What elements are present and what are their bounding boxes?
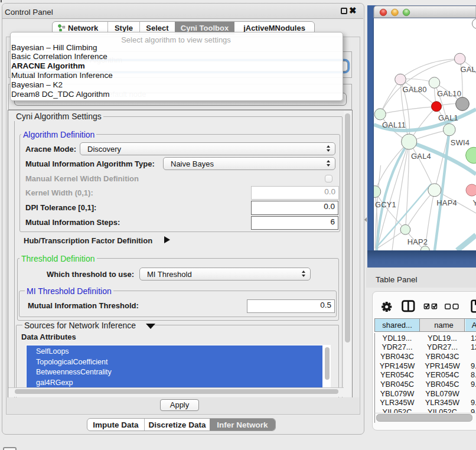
- svg-text:GAL: GAL: [461, 65, 476, 74]
- svg-text:GAL11: GAL11: [382, 120, 406, 129]
- svg-text:Y: Y: [473, 198, 476, 207]
- svg-text:HAP2: HAP2: [407, 237, 428, 246]
- svg-text:SWI4: SWI4: [451, 138, 470, 147]
- svg-text:GAL1: GAL1: [438, 113, 458, 122]
- svg-text:GCY1: GCY1: [375, 200, 396, 209]
- svg-text:HAP4: HAP4: [436, 198, 457, 207]
- svg-text:GAL10: GAL10: [437, 89, 461, 98]
- svg-text:GAL80: GAL80: [402, 85, 426, 94]
- svg-text:GAL4: GAL4: [411, 152, 431, 161]
